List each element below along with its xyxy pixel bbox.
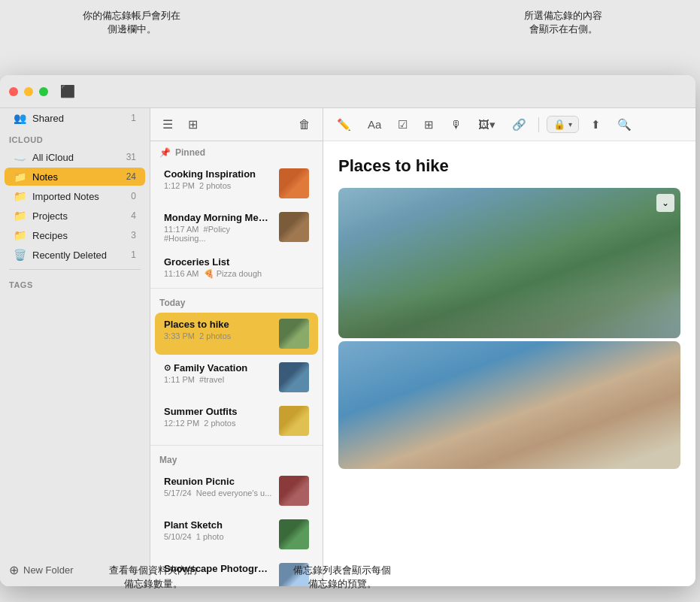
list-view-icon[interactable]: ☰ <box>159 114 176 135</box>
note-item-meeting[interactable]: Monday Morning Meeting 11:17 AM #Policy … <box>155 206 318 249</box>
today-label: Today <box>159 298 185 308</box>
note-info-hike: Places to hike 3:33 PM 2 photos <box>164 319 273 340</box>
sidebar-item-label: Shared <box>32 113 118 124</box>
sidebar-item-notes[interactable]: 📁 Notes 24 <box>5 168 145 186</box>
notes-scroll-area[interactable]: 📌 Pinned Cooking Inspiration 1:12 PM 2 p… <box>150 141 323 586</box>
hike-image-1: ⌄ <box>338 188 680 338</box>
sidebar-item-count: 1 <box>124 113 136 123</box>
expand-button[interactable]: ⌄ <box>656 194 674 212</box>
recipes-icon: 📁 <box>14 229 26 241</box>
sidebar-icloud-header: iCloud <box>0 128 150 147</box>
note-item-hike[interactable]: Places to hike 3:33 PM 2 photos <box>155 313 318 355</box>
notes-folder-icon: 📁 <box>14 171 26 183</box>
sidebar-item-label: Imported Notes <box>32 191 118 202</box>
sidebar-item-shared[interactable]: 👥 Shared 1 <box>5 109 145 127</box>
sidebar-item-label: Recently Deleted <box>32 250 118 261</box>
media-icon[interactable]: 🖼▾ <box>474 115 500 135</box>
maximize-button[interactable] <box>39 87 48 96</box>
format-icon[interactable]: Aa <box>363 115 386 134</box>
tags-section: Tags <box>0 274 150 292</box>
lock-icon: 🔒 <box>553 119 565 130</box>
sidebar-item-recipes[interactable]: 📁 Recipes 3 <box>5 226 145 244</box>
table-icon[interactable]: ⊞ <box>420 115 438 135</box>
search-icon[interactable]: 🔍 <box>613 115 636 135</box>
note-meta-picnic: 5/17/24 Need everyone's u... <box>164 489 273 498</box>
link-icon[interactable]: 🔗 <box>508 115 531 135</box>
shared-badge-icon: ⊙ <box>164 363 171 373</box>
shared-icon: 👥 <box>14 112 26 124</box>
note-thumb-picnic <box>279 476 309 506</box>
note-thumb-family <box>279 362 309 392</box>
note-images: ⌄ <box>338 188 680 469</box>
note-item-groceries[interactable]: Groceries List 11:16 AM 🍕 Pizza dough <box>155 250 318 285</box>
new-folder-button[interactable]: ⊕ New Folder <box>0 557 150 586</box>
editor-content-area[interactable]: Places to hike ⌄ <box>323 141 695 586</box>
sidebar-item-label: Projects <box>32 210 118 222</box>
note-item-cooking[interactable]: Cooking Inspiration 1:12 PM 2 photos <box>155 162 318 204</box>
note-info-picnic: Reunion Picnic 5/17/24 Need everyone's u… <box>164 476 273 498</box>
note-heading: Places to hike <box>338 156 680 176</box>
grid-view-icon[interactable]: ⊞ <box>185 114 201 135</box>
note-thumb-summer <box>279 406 309 436</box>
note-title-family: ⊙ Family Vacation <box>164 362 273 374</box>
note-info-groceries: Groceries List 11:16 AM 🍕 Pizza dough <box>164 256 309 279</box>
annotation-sidebar: 你的備忘錄帳戶會列在側邊欄中。 <box>83 9 180 36</box>
note-info-meeting: Monday Morning Meeting 11:17 AM #Policy … <box>164 212 273 243</box>
note-info-summer: Summer Outfits 12:12 PM 2 photos <box>164 406 273 428</box>
note-meta-meeting: 11:17 AM #Policy #Housing... <box>164 225 273 243</box>
lock-chevron: ▾ <box>568 120 572 129</box>
note-meta-plant: 5/10/24 1 photo <box>164 532 273 541</box>
note-meta-summer: 12:12 PM 2 photos <box>164 419 273 428</box>
sidebar-item-projects[interactable]: 📁 Projects 4 <box>5 207 145 225</box>
note-editor: ✏️ Aa ☑ ⊞ 🎙 🖼▾ 🔗 🔒 ▾ ⬆ 🔍 Places to hike <box>323 108 695 586</box>
note-meta-cooking: 1:12 PM 2 photos <box>164 181 273 190</box>
editor-toolbar: ✏️ Aa ☑ ⊞ 🎙 🖼▾ 🔗 🔒 ▾ ⬆ 🔍 <box>323 108 695 141</box>
sidebar-item-count: 31 <box>124 152 136 162</box>
toolbar-divider <box>538 117 539 132</box>
note-title-hike: Places to hike <box>164 319 273 330</box>
sidebar-item-recently-deleted[interactable]: 🗑️ Recently Deleted 1 <box>5 246 145 264</box>
note-info-cooking: Cooking Inspiration 1:12 PM 2 photos <box>164 168 273 190</box>
note-meta-hike: 3:33 PM 2 photos <box>164 331 273 340</box>
sidebar-item-all-icloud[interactable]: ☁️ All iCloud 31 <box>5 148 145 166</box>
may-label: May <box>159 455 177 465</box>
sidebar-item-imported-notes[interactable]: 📁 Imported Notes 0 <box>5 187 145 205</box>
pinned-section-header: 📌 Pinned <box>150 141 323 161</box>
sidebar-item-count: 0 <box>124 191 136 201</box>
note-thumb-cooking <box>279 168 309 198</box>
note-title-summer: Summer Outfits <box>164 406 273 417</box>
close-button[interactable] <box>9 87 18 96</box>
hike-image-2 <box>338 341 680 469</box>
note-item-snow[interactable]: Snowscape Photography <box>155 557 318 586</box>
pin-icon: 📌 <box>159 147 171 158</box>
sidebar-toggle-icon[interactable]: ⬛ <box>60 84 75 98</box>
note-image-1: ⌄ <box>338 188 680 338</box>
note-item-plant[interactable]: Plant Sketch 5/10/24 1 photo <box>155 513 318 555</box>
sidebar-item-count: 3 <box>124 230 136 240</box>
note-image-2 <box>338 341 680 469</box>
note-title-meeting: Monday Morning Meeting <box>164 212 273 223</box>
minimize-button[interactable] <box>24 87 33 96</box>
checklist-icon[interactable]: ☑ <box>393 115 412 135</box>
plus-icon: ⊕ <box>9 563 19 577</box>
sidebar-item-count: 1 <box>124 250 136 260</box>
may-section-header: May <box>150 449 323 468</box>
lock-button[interactable]: 🔒 ▾ <box>547 116 579 133</box>
notes-list-toolbar: ☰ ⊞ 🗑 <box>150 108 323 141</box>
annotation-content: 所選備忘錄的內容會顯示在右側。 <box>524 9 602 36</box>
note-item-picnic[interactable]: Reunion Picnic 5/17/24 Need everyone's u… <box>155 470 318 512</box>
section-divider-today <box>150 288 323 289</box>
note-item-summer[interactable]: Summer Outfits 12:12 PM 2 photos <box>155 400 318 442</box>
note-item-family[interactable]: ⊙ Family Vacation 1:11 PM #travel <box>155 356 318 398</box>
note-title-snow: Snowscape Photography <box>164 563 273 574</box>
note-title-picnic: Reunion Picnic <box>164 476 273 487</box>
note-info-snow: Snowscape Photography <box>164 563 273 576</box>
audio-icon[interactable]: 🎙 <box>446 115 466 134</box>
note-info-family: ⊙ Family Vacation 1:11 PM #travel <box>164 362 273 384</box>
delete-icon[interactable]: 🗑 <box>295 115 314 135</box>
note-meta-groceries: 11:16 AM 🍕 Pizza dough <box>164 269 309 279</box>
compose-icon[interactable]: ✏️ <box>332 115 356 135</box>
sidebar-item-count: 4 <box>124 210 136 221</box>
new-folder-label: New Folder <box>23 564 73 576</box>
share-icon[interactable]: ⬆ <box>586 115 605 135</box>
